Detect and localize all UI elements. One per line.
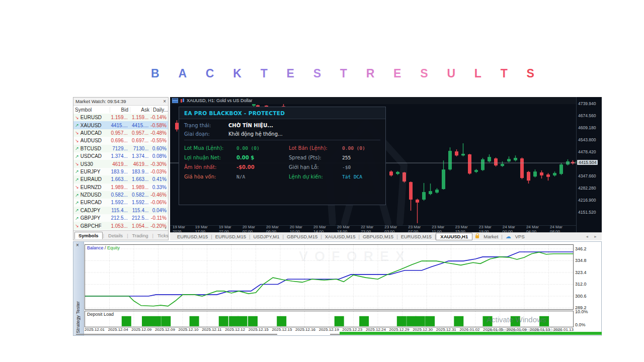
tab-details[interactable]: Details [105, 232, 126, 239]
deposit-axis-label-top: 10.0% [575, 309, 588, 314]
table-row-xauusd[interactable]: ↗XAUUSD4415....4415....-0.58% [73, 121, 168, 129]
deposit-load-label: Deposit Load [87, 312, 114, 317]
table-row-eurusd[interactable]: ↘EURUSD1.159...1.159...-0.14% [73, 114, 168, 121]
up-arrow-icon: ↗ [73, 177, 80, 182]
tab-symbols[interactable]: Symbols [74, 232, 103, 239]
table-row-gbpjpy[interactable]: ↗GBPJPY212.5...212.5...-0.11% [73, 214, 168, 222]
bid-cell: 1.592... [109, 200, 129, 205]
up-arrow-icon: ↗ [73, 216, 80, 221]
horizontal-scrollbar[interactable] [76, 334, 277, 335]
ea-metric-value: 0.00 (0) [236, 145, 287, 151]
tab-market[interactable]: Market [480, 234, 501, 239]
lock-icon [475, 235, 479, 238]
ea-metric-label: Âm lớn nhất: [184, 164, 234, 170]
activate-windows-watermark: Activate Windows [487, 315, 546, 324]
ea-metric-value: Tắt DCA [342, 174, 380, 179]
title-letter: C [206, 67, 214, 80]
ea-metrics-grid: Lot Mua (Lệnh):0.00 (0)Lot Bán (Lệnh):0.… [179, 143, 385, 182]
title-letter: T [340, 67, 347, 80]
table-row-us30[interactable]: ↘US304619...4619...-0.30% [73, 160, 168, 167]
deposit-bars [122, 316, 549, 326]
chart-tab-gbpusd-m15[interactable]: GBPUSD,M15 [360, 234, 396, 239]
ea-metric-value: 0.00 (0) [342, 145, 380, 151]
daily-change-cell: -0.11% [150, 215, 168, 221]
table-row-eurnzd[interactable]: ↘EURNZD1.989...1.989...0.33% [73, 184, 168, 191]
title-letter: S [420, 67, 428, 80]
legend-balance: Balance [87, 245, 104, 250]
symbol-cell: BTCUSD [80, 146, 109, 151]
close-icon[interactable]: × [76, 242, 79, 248]
daily-change-cell: 0.41% [150, 176, 168, 182]
tab-vps[interactable]: VPS [512, 234, 528, 239]
chart-tab-eurusd-m15[interactable]: EURUSD,M15 [398, 234, 435, 239]
table-row-eurcad[interactable]: ↗EURCAD1.592...1.592...-0.06% [73, 199, 168, 206]
ea-metric-label: Lot Mua (Lệnh): [184, 145, 234, 151]
symbol-cell: EURCAD [80, 200, 109, 205]
ask-cell: 1.592... [129, 200, 150, 205]
chart-tab-eurusd-m15[interactable]: EURUSD,M15 [212, 234, 249, 239]
up-arrow-icon: ↗ [73, 123, 80, 128]
table-row-audusd[interactable]: ↘AUDUSD0.696...0.697...-0.55% [73, 137, 168, 144]
chart-tab-usdjpy-m1[interactable]: USDJPY,M1 [250, 234, 282, 239]
scroll-down-icon[interactable]: ▼ [164, 227, 167, 230]
date-axis-label: 2025.12.24 [366, 327, 386, 332]
date-axis-label: 2025.12.11 [202, 327, 221, 332]
down-arrow-icon: ↘ [73, 138, 80, 143]
chart-tab-xauusd-m15[interactable]: XAUUSD,M15 [322, 234, 359, 239]
ask-cell: 0.697... [129, 138, 150, 143]
table-row-gbpchf[interactable]: ↘GBPCHF1.053...1.054...-0.20% [73, 222, 168, 229]
balance-axis-label: 300.6 [575, 294, 587, 299]
daily-change-cell: 0.33% [150, 185, 168, 190]
bid-cell: 1.989... [109, 185, 129, 190]
market-watch-column-headers: SymbolBidAskDaily... [73, 106, 168, 114]
column-header-bid[interactable]: Bid [110, 107, 130, 113]
daily-change-cell: 0.08% [150, 153, 168, 159]
title-letter: U [447, 67, 455, 80]
table-row-cadjpy[interactable]: ↗CADJPY115.4...115.4...0.04% [73, 207, 168, 214]
tab-ticks[interactable]: Ticks [154, 232, 172, 239]
table-row-eurjpy[interactable]: ↗EURJPY183.9...183.9...-0.03% [73, 168, 168, 175]
daily-change-cell: -0.48% [150, 130, 168, 136]
chart-tab-eurusd-m15[interactable]: EURUSD,M15 [174, 234, 211, 239]
price-axis: 4415.504 4739.9404674.5604609.1804543.80… [576, 97, 602, 232]
table-row-nzdusd[interactable]: ↗NZDUSD0.582...0.582...-0.46% [73, 191, 168, 199]
close-icon[interactable]: × [163, 99, 166, 104]
chart-type-icon[interactable] [180, 99, 185, 103]
symbol-cell: AUDCAD [80, 130, 109, 136]
date-axis-label: 2025.12.15 [249, 327, 269, 332]
table-row-usdcad[interactable]: ↗USDCAD1.374...1.374...0.08% [73, 152, 168, 160]
title-letter: B [151, 67, 159, 80]
symbol-cell: EURNZD [80, 185, 109, 190]
daily-change-cell: -0.03% [150, 169, 168, 174]
table-row-btcusd[interactable]: ↗BTCUSD7129...7130...0.60% [73, 145, 168, 152]
ea-metric-label: Lot Bán (Lệnh): [289, 145, 340, 151]
daily-change-cell: -0.55% [150, 138, 168, 143]
chart-tab-gbpusd-m15[interactable]: GBPUSD,M15 [284, 234, 320, 239]
table-row-audcad[interactable]: ↘AUDCAD0.957...0.957...-0.48% [73, 129, 168, 137]
tab-scroll-arrows[interactable]: ◄ ► [585, 235, 599, 238]
date-axis-label: 2025.12.09 [155, 327, 175, 332]
menu-icon[interactable] [172, 98, 178, 103]
up-arrow-icon: ↗ [73, 146, 80, 151]
ask-cell: 4415.... [129, 123, 150, 128]
time-axis: 19 Mar 202619 Mar 17:0019 Mar 22:0020 Ma… [170, 225, 576, 232]
column-header-daily[interactable]: Daily... [151, 107, 165, 113]
ea-status-row: Trạng thái:CHỜ TÍN HIỆU... [184, 123, 380, 128]
chart-tab-xauusd-h1[interactable]: XAUUSD,H1 [436, 233, 472, 240]
balance-graph[interactable]: Balance / Equity VOFOREX [85, 244, 574, 310]
daily-change-cell: -0.30% [150, 161, 168, 167]
symbol-cell: EURJPY [80, 169, 109, 174]
up-arrow-icon: ↗ [73, 208, 80, 213]
ea-metric-label: Lợi nhuận Net: [184, 155, 234, 160]
daily-change-cell: -0.46% [150, 192, 168, 198]
tab-trading[interactable]: Trading [129, 232, 152, 239]
column-header-ask[interactable]: Ask [130, 107, 151, 113]
table-row-euraud[interactable]: ↗EURAUD1.663...1.663...0.41% [73, 175, 168, 183]
bid-cell: 1.053... [109, 223, 129, 229]
ea-metric-label: Lệnh dự kiến: [289, 174, 340, 179]
market-watch-title: Market Watch: 09:54:39 [75, 99, 126, 104]
column-header-symbol[interactable]: Symbol [73, 107, 110, 113]
down-arrow-icon: ↘ [73, 130, 80, 135]
balance-axis-label: 346.2 [575, 246, 587, 251]
tab-separator: | [103, 233, 104, 238]
